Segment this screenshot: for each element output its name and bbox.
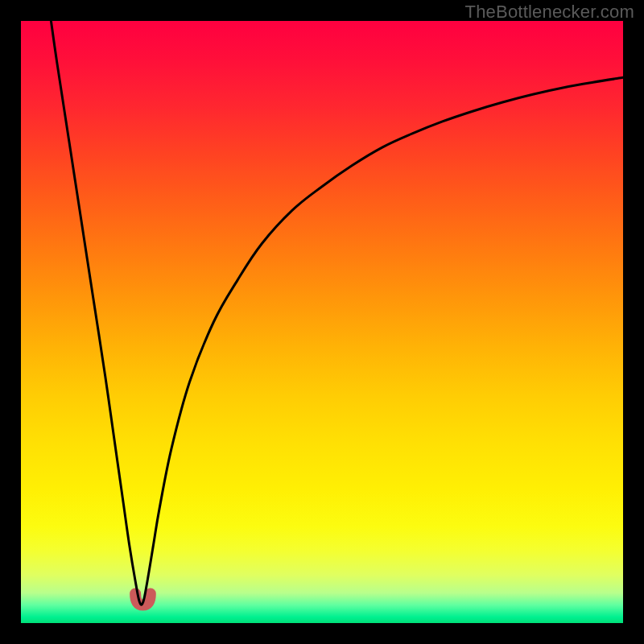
- plot-area: [21, 21, 623, 623]
- curve-layer: [21, 21, 623, 623]
- chart-frame: TheBottlenecker.com: [0, 0, 644, 644]
- watermark-text: TheBottlenecker.com: [465, 2, 634, 23]
- bottleneck-curve: [51, 21, 623, 605]
